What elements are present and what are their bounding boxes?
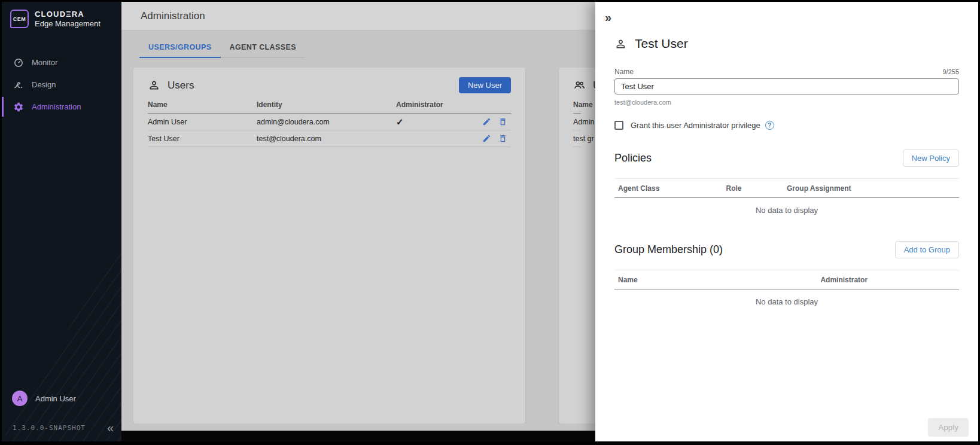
column-header-administrator: Administrator (820, 276, 955, 284)
policies-empty-state: No data to display (614, 198, 959, 222)
cell-name: test gr (573, 135, 594, 143)
users-table-header: Name Identity Administrator (148, 100, 511, 114)
current-user[interactable]: A Admin User (2, 391, 121, 406)
users-card: Users New User Name Identity Administrat… (133, 68, 525, 423)
apply-button[interactable]: Apply (928, 418, 969, 437)
drawer-collapse-icon[interactable]: » (595, 2, 611, 23)
table-row-test-user[interactable]: Test User test@cloudera.com (148, 130, 511, 147)
groups-table-header: Name (573, 100, 581, 114)
add-to-group-button[interactable]: Add to Group (895, 241, 959, 258)
sidebar-item-design[interactable]: Design (2, 75, 121, 95)
gauge-icon (13, 57, 24, 68)
sidebar-nav: Monitor Design Administration (2, 53, 121, 117)
column-header-agent-class: Agent Class (618, 184, 726, 193)
sidebar-item-label: Administration (32, 102, 81, 111)
cell-name: Test User (148, 135, 257, 143)
tab-bar: USERS/GROUPS AGENT CLASSES (139, 43, 305, 58)
column-header-role: Role (726, 184, 787, 193)
cell-identity: test@cloudera.com (257, 135, 381, 143)
brand-product: Edge Management (35, 19, 101, 28)
table-row-group[interactable]: Admin (573, 114, 581, 130)
admin-privilege-checkbox[interactable] (614, 121, 623, 130)
delete-trash-icon[interactable] (498, 117, 507, 126)
brand-name: CLOUDΞRA (35, 10, 101, 19)
sidebar-collapse-icon[interactable]: « (107, 422, 114, 434)
users-card-title: Users (168, 80, 194, 92)
cell-name: Admin (573, 118, 594, 126)
help-icon[interactable]: ? (765, 121, 774, 130)
name-input[interactable] (614, 78, 959, 95)
edit-pencil-icon[interactable] (482, 134, 491, 143)
column-header-name: Name (573, 100, 593, 109)
edit-pencil-icon[interactable] (482, 117, 491, 126)
avatar: A (12, 391, 28, 406)
sidebar-item-label: Monitor (32, 58, 57, 67)
page-title: Administration (141, 10, 205, 22)
policies-table-header: Agent Class Role Group Assignment (614, 179, 959, 198)
people-icon (573, 79, 586, 92)
app-version: 1.3.0.0-SNAPSHOT (13, 424, 86, 432)
cell-identity: admin@cloudera.com (257, 118, 381, 126)
new-user-button[interactable]: New User (459, 77, 511, 93)
cem-logo-badge: CEM (10, 10, 29, 28)
membership-table-header: Name Administrator (614, 270, 959, 289)
column-header-name: Name (618, 276, 820, 284)
user-detail-drawer: » Test User Name 9/255 test@cloudera.com… (595, 2, 978, 441)
sidebar: CEM CLOUDΞRA Edge Management Monitor Des… (2, 2, 121, 441)
current-user-name: Admin User (35, 394, 76, 403)
sidebar-item-label: Design (32, 80, 56, 89)
column-header-name: Name (148, 100, 257, 109)
brand-logo: CEM CLOUDΞRA Edge Management (2, 2, 121, 36)
sidebar-item-monitor[interactable]: Monitor (2, 53, 121, 72)
user-groups-card: Us Name Admin test gr (559, 68, 595, 423)
identity-helper-text: test@cloudera.com (614, 99, 959, 106)
page-header: Administration (121, 2, 595, 31)
policies-title: Policies (614, 152, 652, 164)
column-header-identity: Identity (257, 100, 381, 109)
main-area: Administration USERS/GROUPS AGENT CLASSE… (121, 2, 595, 441)
app-window: CEM CLOUDΞRA Edge Management Monitor Des… (2, 2, 978, 441)
name-field-label: Name (614, 68, 634, 76)
name-char-counter: 9/255 (942, 68, 959, 75)
flow-design-icon (13, 80, 24, 90)
gear-icon (13, 102, 24, 112)
drawer-title: Test User (635, 36, 688, 51)
administrator-check-icon: ✓ (396, 117, 404, 127)
person-icon (614, 38, 627, 50)
cell-name: Admin User (148, 118, 257, 126)
table-row-admin-user[interactable]: Admin User admin@cloudera.com ✓ (148, 114, 511, 130)
tab-agent-classes[interactable]: AGENT CLASSES (221, 43, 305, 58)
sidebar-item-administration[interactable]: Administration (2, 97, 121, 117)
membership-empty-state: No data to display (614, 289, 959, 314)
table-row-group[interactable]: test gr (573, 130, 581, 147)
new-policy-button[interactable]: New Policy (903, 150, 959, 167)
person-icon (148, 79, 160, 92)
delete-trash-icon[interactable] (498, 134, 507, 143)
group-membership-title: Group Membership (0) (614, 243, 723, 256)
tab-users-groups[interactable]: USERS/GROUPS (139, 43, 221, 58)
column-header-administrator: Administrator (381, 100, 458, 109)
admin-privilege-label: Grant this user Administrator privilege (631, 121, 760, 130)
column-header-group-assignment: Group Assignment (787, 184, 955, 193)
